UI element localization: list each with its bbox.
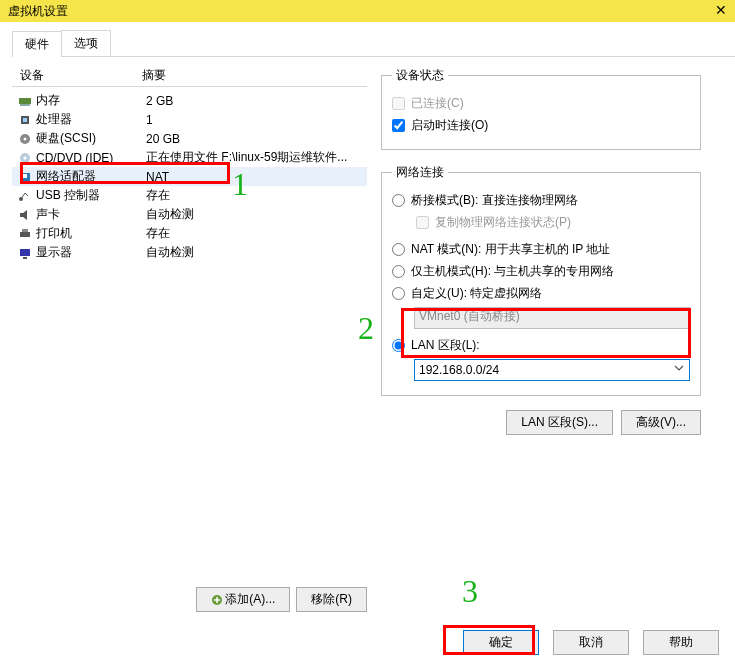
nat-label: NAT 模式(N): 用于共享主机的 IP 地址 (411, 241, 610, 258)
device-summary: 20 GB (146, 132, 367, 146)
device-name: 显示器 (36, 244, 146, 261)
close-icon[interactable]: ✕ (715, 2, 727, 18)
hostonly-label: 仅主机模式(H): 与主机共享的专用网络 (411, 263, 614, 280)
radio-custom[interactable] (392, 287, 405, 300)
device-summary: 存在 (146, 187, 367, 204)
device-summary: 2 GB (146, 94, 367, 108)
device-summary: NAT (146, 170, 367, 184)
device-row-disk[interactable]: 硬盘(SCSI)20 GB (12, 129, 367, 148)
radio-bridged[interactable] (392, 194, 405, 207)
disk-icon (18, 132, 32, 146)
add-label: 添加(A)... (225, 592, 275, 606)
advanced-button[interactable]: 高级(V)... (621, 410, 701, 435)
network-legend: 网络连接 (392, 164, 448, 181)
radio-hostonly-row[interactable]: 仅主机模式(H): 与主机共享的专用网络 (392, 263, 690, 280)
header-summary: 摘要 (142, 67, 367, 84)
help-button[interactable]: 帮助 (643, 630, 719, 655)
tabs: 硬件 选项 (12, 30, 735, 57)
device-status-legend: 设备状态 (392, 67, 448, 84)
poweron-checkbox-row[interactable]: 启动时连接(O) (392, 117, 690, 134)
svg-rect-13 (20, 249, 30, 256)
network-connection-group: 网络连接 桥接模式(B): 直接连接物理网络 复制物理网络连接状态(P) NAT… (381, 164, 701, 396)
device-row-cd[interactable]: CD/DVD (IDE)正在使用文件 F:\linux-59期运维软件... (12, 148, 367, 167)
header-device: 设备 (12, 67, 142, 84)
svg-rect-9 (21, 174, 27, 178)
radio-hostonly[interactable] (392, 265, 405, 278)
add-icon (211, 594, 223, 606)
cancel-button[interactable]: 取消 (553, 630, 629, 655)
svg-rect-11 (20, 232, 30, 237)
device-name: 声卡 (36, 206, 146, 223)
svg-rect-14 (23, 257, 27, 259)
display-icon (18, 246, 32, 260)
lan-segments-button[interactable]: LAN 区段(S)... (506, 410, 613, 435)
replicate-row: 复制物理网络连接状态(P) (416, 214, 690, 231)
device-summary: 自动检测 (146, 244, 367, 261)
footer-buttons: 确定 取消 帮助 (463, 630, 719, 655)
settings-pane: 设备状态 已连接(C) 启动时连接(O) 网络连接 桥接模式(B): 直接连接物… (381, 67, 701, 612)
memory-icon (18, 94, 32, 108)
device-name: CD/DVD (IDE) (36, 151, 146, 165)
radio-nat[interactable] (392, 243, 405, 256)
device-name: 硬盘(SCSI) (36, 130, 146, 147)
radio-lan-row[interactable]: LAN 区段(L): (392, 337, 690, 354)
svg-point-7 (24, 156, 27, 159)
device-status-group: 设备状态 已连接(C) 启动时连接(O) (381, 67, 701, 150)
device-row-sound[interactable]: 声卡自动检测 (12, 205, 367, 224)
cd-icon (18, 151, 32, 165)
device-name: USB 控制器 (36, 187, 146, 204)
usb-icon (18, 189, 32, 203)
svg-point-5 (24, 137, 27, 140)
add-button[interactable]: 添加(A)... (196, 587, 290, 612)
remove-button[interactable]: 移除(R) (296, 587, 367, 612)
poweron-checkbox[interactable] (392, 119, 405, 132)
device-row-nic[interactable]: 网络适配器NAT (12, 167, 367, 186)
vmnet-select: VMnet0 (自动桥接) (414, 307, 690, 329)
cpu-icon (18, 113, 32, 127)
ok-button[interactable]: 确定 (463, 630, 539, 655)
lan-label: LAN 区段(L): (411, 337, 480, 354)
tab-options[interactable]: 选项 (61, 30, 111, 56)
replicate-label: 复制物理网络连接状态(P) (435, 214, 571, 231)
radio-bridged-row[interactable]: 桥接模式(B): 直接连接物理网络 (392, 192, 690, 209)
window-title: 虚拟机设置 (8, 3, 68, 20)
chevron-down-icon[interactable] (674, 363, 684, 373)
device-row-cpu[interactable]: 处理器1 (12, 110, 367, 129)
nic-icon (18, 170, 32, 184)
device-summary: 正在使用文件 F:\linux-59期运维软件... (146, 149, 367, 166)
device-row-usb[interactable]: USB 控制器存在 (12, 186, 367, 205)
svg-rect-0 (19, 98, 31, 104)
radio-custom-row[interactable]: 自定义(U): 特定虚拟网络 (392, 285, 690, 302)
poweron-label: 启动时连接(O) (411, 117, 488, 134)
title-bar: 虚拟机设置 ✕ (0, 0, 735, 22)
lan-segment-select[interactable] (414, 359, 690, 381)
svg-rect-1 (20, 104, 30, 106)
device-summary: 1 (146, 113, 367, 127)
device-name: 处理器 (36, 111, 146, 128)
printer-icon (18, 227, 32, 241)
device-row-printer[interactable]: 打印机存在 (12, 224, 367, 243)
device-summary: 自动检测 (146, 206, 367, 223)
connected-checkbox (392, 97, 405, 110)
device-summary: 存在 (146, 225, 367, 242)
radio-nat-row[interactable]: NAT 模式(N): 用于共享主机的 IP 地址 (392, 241, 690, 258)
device-pane: 设备 摘要 内存2 GB处理器1硬盘(SCSI)20 GBCD/DVD (IDE… (12, 67, 367, 612)
device-name: 打印机 (36, 225, 146, 242)
device-name: 网络适配器 (36, 168, 146, 185)
bridged-label: 桥接模式(B): 直接连接物理网络 (411, 192, 578, 209)
device-name: 内存 (36, 92, 146, 109)
custom-label: 自定义(U): 特定虚拟网络 (411, 285, 542, 302)
device-row-memory[interactable]: 内存2 GB (12, 91, 367, 110)
connected-checkbox-row: 已连接(C) (392, 95, 690, 112)
replicate-checkbox (416, 216, 429, 229)
device-row-display[interactable]: 显示器自动检测 (12, 243, 367, 262)
device-list[interactable]: 内存2 GB处理器1硬盘(SCSI)20 GBCD/DVD (IDE)正在使用文… (12, 91, 367, 581)
tab-hardware[interactable]: 硬件 (12, 31, 62, 57)
sound-icon (18, 208, 32, 222)
connected-label: 已连接(C) (411, 95, 464, 112)
svg-rect-12 (22, 229, 28, 232)
radio-lan[interactable] (392, 339, 405, 352)
svg-rect-3 (23, 118, 27, 122)
